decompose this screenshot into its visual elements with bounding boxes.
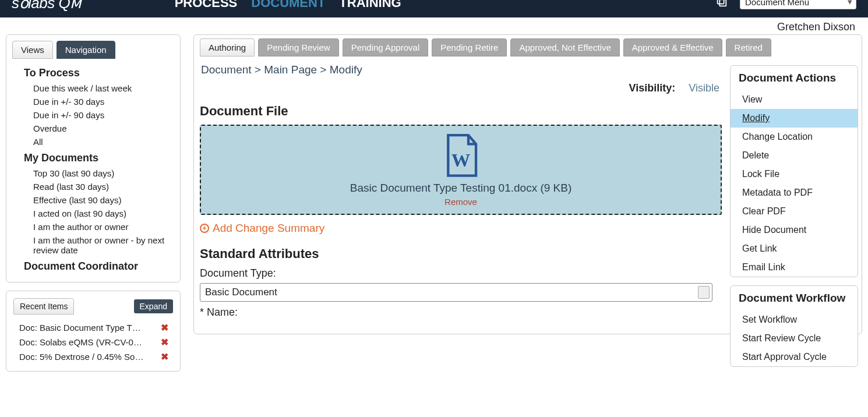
nav-process[interactable]: PROCESS (175, 0, 238, 10)
heading-document-workflow: Document Workflow (731, 286, 858, 310)
label-document-type: Document Type: (200, 267, 722, 280)
visibility-label: Visibility: (629, 82, 676, 94)
recent-row[interactable]: Doc: Solabs eQMS (VR-CV-0… ✖ (11, 335, 175, 349)
file-dropzone[interactable]: W Basic Document Type Testing 01.docx (9… (200, 125, 722, 215)
recent-row[interactable]: Doc: Basic Document Type T… ✖ (11, 320, 175, 335)
link-author-owner-review[interactable]: I am the author or owner - by next revie… (11, 234, 175, 257)
copy-icon[interactable] (715, 0, 728, 8)
action-change-location[interactable]: Change Location (731, 128, 858, 146)
link-due-this-week[interactable]: Due this week / last week (11, 82, 175, 95)
link-due-30[interactable]: Due in +/- 30 days (11, 95, 175, 108)
recent-item-label: Doc: 5% Dextrose / 0.45% So… (19, 352, 158, 362)
svg-rect-0 (719, 0, 726, 6)
remove-file-link[interactable]: Remove (444, 197, 477, 207)
heading-document-file: Document File (200, 104, 722, 119)
tab-views[interactable]: Views (12, 41, 53, 59)
link-all[interactable]: All (11, 135, 175, 149)
add-change-summary-link[interactable]: + Add Change Summary (200, 220, 324, 243)
link-effective[interactable]: Effective (last 90 days) (11, 193, 175, 207)
tab-navigation[interactable]: Navigation (57, 41, 115, 59)
tab-recent-items[interactable]: Recent Items (13, 298, 74, 314)
tab-pending-review[interactable]: Pending Review (258, 38, 338, 56)
action-lock-file[interactable]: Lock File (731, 165, 858, 183)
tab-pending-approval[interactable]: Pending Approval (343, 38, 429, 56)
app-logo: sᴏlabs Qᴍ (12, 0, 82, 12)
close-icon[interactable]: ✖ (158, 337, 171, 348)
svg-rect-1 (718, 0, 724, 4)
heading-standard-attributes: Standard Attributes (200, 246, 722, 261)
recent-item-label: Doc: Basic Document Type T… (19, 323, 158, 333)
tab-retired[interactable]: Retired (726, 38, 771, 56)
breadcrumb: Document > Main Page > Modify (200, 62, 722, 82)
nav-training[interactable]: TRAINING (339, 0, 401, 10)
workflow-start-approval[interactable]: Start Approval Cycle (731, 348, 858, 366)
link-author-owner[interactable]: I am the author or owner (11, 220, 175, 234)
document-menu-select[interactable]: Document Menu (740, 0, 856, 9)
recent-item-label: Doc: Solabs eQMS (VR-CV-0… (19, 337, 158, 347)
recent-items-panel: Recent Items Expand Doc: Basic Document … (6, 291, 181, 372)
link-top30[interactable]: Top 30 (last 90 days) (11, 167, 175, 180)
add-summary-label: Add Change Summary (213, 222, 324, 235)
action-clear-pdf[interactable]: Clear PDF (731, 202, 858, 221)
visibility-value: Visible (689, 82, 719, 94)
top-nav: PROCESS DOCUMENT TRAINING (175, 0, 401, 10)
link-overdue[interactable]: Overdue (11, 122, 175, 135)
workflow-start-review[interactable]: Start Review Cycle (731, 329, 858, 348)
document-type-select[interactable]: Basic Document (200, 283, 712, 302)
action-email-link[interactable]: Email Link (731, 258, 858, 277)
action-get-link[interactable]: Get Link (731, 239, 858, 258)
action-metadata-pdf[interactable]: Metadata to PDF (731, 183, 858, 202)
uploaded-file-name: Basic Document Type Testing 01.docx (9 K… (207, 182, 715, 195)
link-acted[interactable]: I acted on (last 90 days) (11, 207, 175, 220)
top-bar: sᴏlabs Qᴍ PROCESS DOCUMENT TRAINING Docu… (0, 0, 868, 17)
tab-authoring[interactable]: Authoring (200, 38, 255, 56)
document-tabs: Authoring Pending Review Pending Approva… (200, 38, 856, 56)
expand-button[interactable]: Expand (134, 299, 173, 313)
recent-row[interactable]: Doc: 5% Dextrose / 0.45% So… ✖ (11, 349, 175, 364)
link-read[interactable]: Read (last 30 days) (11, 180, 175, 193)
top-right: Document Menu (715, 0, 856, 9)
plus-circle-icon: + (200, 224, 209, 233)
heading-doc-coordinator[interactable]: Document Coordinator (11, 257, 175, 275)
heading-document-actions: Document Actions (731, 66, 858, 90)
action-modify[interactable]: Modify (731, 109, 858, 128)
heading-to-process: To Process (11, 63, 175, 82)
action-view[interactable]: View (731, 90, 858, 109)
tab-pending-retire[interactable]: Pending Retire (432, 38, 507, 56)
svg-text:W: W (451, 150, 471, 171)
word-file-icon: W (440, 134, 481, 178)
action-delete[interactable]: Delete (731, 146, 858, 165)
main-panel: Authoring Pending Review Pending Approva… (193, 34, 862, 334)
tab-approved-not-effective[interactable]: Approved, Not Effective (510, 38, 619, 56)
heading-my-documents: My Documents (11, 149, 175, 167)
close-icon[interactable]: ✖ (158, 351, 171, 362)
nav-document[interactable]: DOCUMENT (251, 0, 325, 10)
document-workflow-panel: Document Workflow Set Workflow Start Rev… (730, 285, 858, 367)
views-panel: Views Navigation To Process Due this wee… (6, 34, 181, 282)
workflow-set[interactable]: Set Workflow (731, 310, 858, 329)
action-hide-document[interactable]: Hide Document (731, 221, 858, 239)
document-actions-panel: Document Actions View Modify Change Loca… (730, 65, 858, 277)
close-icon[interactable]: ✖ (158, 322, 171, 333)
label-name: * Name: (200, 306, 722, 319)
tab-approved-effective[interactable]: Approved & Effective (623, 38, 722, 56)
current-user: Gretchen Dixson (0, 17, 868, 34)
link-due-90[interactable]: Due in +/- 90 days (11, 108, 175, 122)
